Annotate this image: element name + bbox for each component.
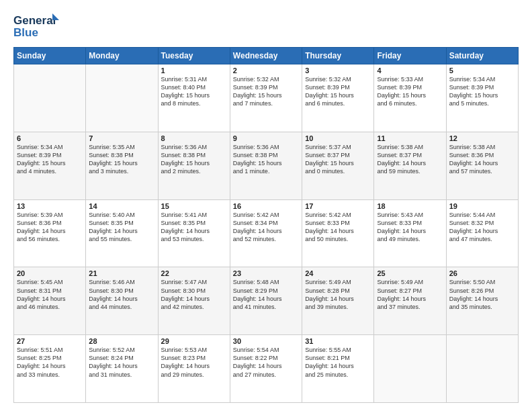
day-number: 30: [233, 337, 299, 345]
weekday-header-monday: Monday: [86, 48, 158, 64]
day-info: Sunrise: 5:34 AM Sunset: 8:39 PM Dayligh…: [449, 75, 515, 108]
calendar-cell: 7Sunrise: 5:35 AM Sunset: 8:38 PM Daylig…: [86, 132, 158, 199]
calendar-cell: 20Sunrise: 5:45 AM Sunset: 8:31 PM Dayli…: [14, 267, 86, 335]
day-info: Sunrise: 5:52 AM Sunset: 8:24 PM Dayligh…: [89, 346, 154, 379]
day-number: 8: [161, 134, 227, 142]
calendar-cell: [14, 64, 86, 132]
day-number: 13: [17, 202, 83, 210]
day-number: 17: [305, 202, 371, 210]
day-number: 18: [377, 202, 443, 210]
calendar-cell: 5Sunrise: 5:34 AM Sunset: 8:39 PM Daylig…: [446, 64, 518, 132]
day-info: Sunrise: 5:32 AM Sunset: 8:39 PM Dayligh…: [233, 75, 299, 108]
day-info: Sunrise: 5:44 AM Sunset: 8:32 PM Dayligh…: [449, 211, 515, 244]
calendar-cell: 12Sunrise: 5:38 AM Sunset: 8:36 PM Dayli…: [446, 132, 518, 199]
calendar-table: SundayMondayTuesdayWednesdayThursdayFrid…: [13, 47, 519, 403]
day-info: Sunrise: 5:33 AM Sunset: 8:39 PM Dayligh…: [377, 75, 443, 108]
day-info: Sunrise: 5:46 AM Sunset: 8:30 PM Dayligh…: [89, 278, 154, 311]
calendar-cell: 19Sunrise: 5:44 AM Sunset: 8:32 PM Dayli…: [446, 199, 518, 267]
day-number: 12: [449, 134, 515, 142]
calendar-cell: 9Sunrise: 5:36 AM Sunset: 8:38 PM Daylig…: [230, 132, 302, 199]
day-number: 21: [89, 269, 154, 277]
calendar-cell: 6Sunrise: 5:34 AM Sunset: 8:39 PM Daylig…: [14, 132, 86, 199]
calendar-cell: 3Sunrise: 5:32 AM Sunset: 8:39 PM Daylig…: [302, 64, 374, 132]
day-number: 25: [377, 269, 443, 277]
weekday-header-row: SundayMondayTuesdayWednesdayThursdayFrid…: [14, 48, 519, 64]
weekday-header-saturday: Saturday: [446, 48, 518, 64]
day-info: Sunrise: 5:49 AM Sunset: 8:27 PM Dayligh…: [377, 278, 443, 311]
weekday-header-wednesday: Wednesday: [230, 48, 302, 64]
day-number: 15: [161, 202, 227, 210]
day-number: 22: [161, 269, 227, 277]
day-info: Sunrise: 5:42 AM Sunset: 8:34 PM Dayligh…: [233, 211, 299, 244]
day-number: 19: [449, 202, 515, 210]
day-number: 5: [449, 66, 515, 75]
day-number: 11: [377, 134, 443, 142]
day-number: 27: [17, 337, 83, 345]
day-info: Sunrise: 5:32 AM Sunset: 8:39 PM Dayligh…: [305, 75, 371, 108]
day-number: 31: [305, 337, 371, 345]
day-number: 24: [305, 269, 371, 277]
day-info: Sunrise: 5:48 AM Sunset: 8:29 PM Dayligh…: [233, 278, 299, 311]
day-info: Sunrise: 5:47 AM Sunset: 8:30 PM Dayligh…: [161, 278, 227, 311]
calendar-cell: 30Sunrise: 5:54 AM Sunset: 8:22 PM Dayli…: [230, 335, 302, 403]
calendar-cell: 24Sunrise: 5:49 AM Sunset: 8:28 PM Dayli…: [302, 267, 374, 335]
calendar-cell: [374, 335, 446, 403]
day-info: Sunrise: 5:35 AM Sunset: 8:38 PM Dayligh…: [89, 143, 154, 176]
day-number: 14: [89, 202, 154, 210]
calendar-cell: 14Sunrise: 5:40 AM Sunset: 8:35 PM Dayli…: [86, 199, 158, 267]
day-number: 2: [233, 66, 299, 75]
day-info: Sunrise: 5:53 AM Sunset: 8:23 PM Dayligh…: [161, 346, 227, 379]
day-info: Sunrise: 5:38 AM Sunset: 8:37 PM Dayligh…: [377, 143, 443, 176]
day-info: Sunrise: 5:36 AM Sunset: 8:38 PM Dayligh…: [233, 143, 299, 176]
calendar-cell: 1Sunrise: 5:31 AM Sunset: 8:40 PM Daylig…: [158, 64, 230, 132]
calendar-cell: 27Sunrise: 5:51 AM Sunset: 8:25 PM Dayli…: [14, 335, 86, 403]
day-info: Sunrise: 5:43 AM Sunset: 8:33 PM Dayligh…: [377, 211, 443, 244]
week-row-2: 6Sunrise: 5:34 AM Sunset: 8:39 PM Daylig…: [14, 132, 519, 199]
day-info: Sunrise: 5:31 AM Sunset: 8:40 PM Dayligh…: [161, 75, 227, 108]
calendar-cell: 10Sunrise: 5:37 AM Sunset: 8:37 PM Dayli…: [302, 132, 374, 199]
svg-text:General: General: [13, 14, 56, 27]
calendar-cell: 15Sunrise: 5:41 AM Sunset: 8:35 PM Dayli…: [158, 199, 230, 267]
week-row-3: 13Sunrise: 5:39 AM Sunset: 8:36 PM Dayli…: [14, 199, 519, 267]
page: General Blue SundayMondayTuesdayWednesda…: [0, 0, 532, 411]
day-number: 9: [233, 134, 299, 142]
day-number: 7: [89, 134, 154, 142]
calendar-cell: 26Sunrise: 5:50 AM Sunset: 8:26 PM Dayli…: [446, 267, 518, 335]
day-number: 16: [233, 202, 299, 210]
calendar-cell: 25Sunrise: 5:49 AM Sunset: 8:27 PM Dayli…: [374, 267, 446, 335]
calendar-cell: 29Sunrise: 5:53 AM Sunset: 8:23 PM Dayli…: [158, 335, 230, 403]
day-number: 4: [377, 66, 443, 75]
day-info: Sunrise: 5:51 AM Sunset: 8:25 PM Dayligh…: [17, 346, 83, 379]
day-info: Sunrise: 5:37 AM Sunset: 8:37 PM Dayligh…: [305, 143, 371, 176]
day-number: 23: [233, 269, 299, 277]
calendar-cell: 17Sunrise: 5:42 AM Sunset: 8:33 PM Dayli…: [302, 199, 374, 267]
day-info: Sunrise: 5:39 AM Sunset: 8:36 PM Dayligh…: [17, 211, 83, 244]
day-info: Sunrise: 5:38 AM Sunset: 8:36 PM Dayligh…: [449, 143, 515, 176]
calendar-cell: [86, 64, 158, 132]
day-info: Sunrise: 5:49 AM Sunset: 8:28 PM Dayligh…: [305, 278, 371, 311]
weekday-header-sunday: Sunday: [14, 48, 86, 64]
generalblue-logo-icon: General Blue: [13, 11, 60, 40]
calendar-cell: 21Sunrise: 5:46 AM Sunset: 8:30 PM Dayli…: [86, 267, 158, 335]
day-info: Sunrise: 5:54 AM Sunset: 8:22 PM Dayligh…: [233, 346, 299, 379]
day-info: Sunrise: 5:55 AM Sunset: 8:21 PM Dayligh…: [305, 346, 371, 379]
day-info: Sunrise: 5:36 AM Sunset: 8:38 PM Dayligh…: [161, 143, 227, 176]
day-info: Sunrise: 5:45 AM Sunset: 8:31 PM Dayligh…: [17, 278, 83, 311]
calendar-cell: 8Sunrise: 5:36 AM Sunset: 8:38 PM Daylig…: [158, 132, 230, 199]
calendar-cell: 28Sunrise: 5:52 AM Sunset: 8:24 PM Dayli…: [86, 335, 158, 403]
day-number: 3: [305, 66, 371, 75]
weekday-header-tuesday: Tuesday: [158, 48, 230, 64]
calendar-cell: 18Sunrise: 5:43 AM Sunset: 8:33 PM Dayli…: [374, 199, 446, 267]
weekday-header-friday: Friday: [374, 48, 446, 64]
day-number: 29: [161, 337, 227, 345]
calendar-cell: 16Sunrise: 5:42 AM Sunset: 8:34 PM Dayli…: [230, 199, 302, 267]
day-info: Sunrise: 5:41 AM Sunset: 8:35 PM Dayligh…: [161, 211, 227, 244]
day-info: Sunrise: 5:42 AM Sunset: 8:33 PM Dayligh…: [305, 211, 371, 244]
calendar-cell: 4Sunrise: 5:33 AM Sunset: 8:39 PM Daylig…: [374, 64, 446, 132]
header: General Blue: [13, 11, 519, 40]
day-number: 28: [89, 337, 154, 345]
calendar-cell: 2Sunrise: 5:32 AM Sunset: 8:39 PM Daylig…: [230, 64, 302, 132]
day-info: Sunrise: 5:50 AM Sunset: 8:26 PM Dayligh…: [449, 278, 515, 311]
svg-text:Blue: Blue: [13, 26, 38, 39]
logo: General Blue: [13, 11, 60, 40]
